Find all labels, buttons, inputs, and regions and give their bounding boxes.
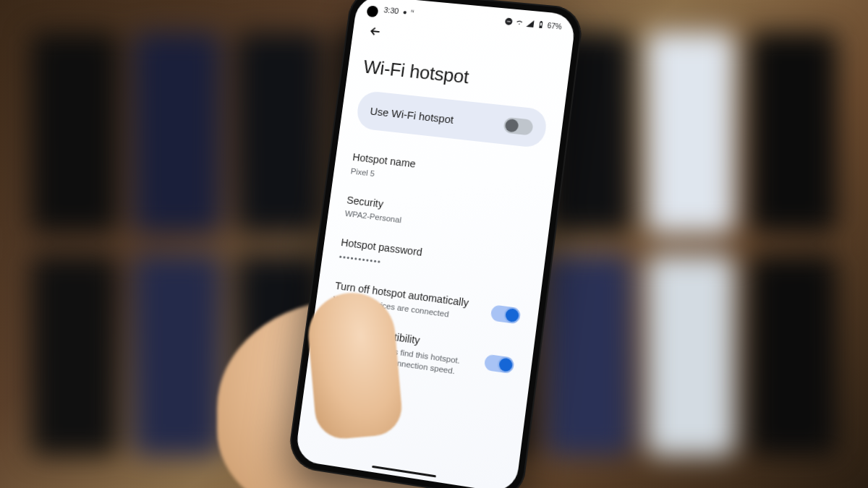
use-hotspot-label: Use Wi-Fi hotspot (370, 104, 454, 125)
battery-percent: 67% (547, 21, 562, 30)
page-title: Wi-Fi hotspot (362, 56, 553, 97)
auto-off-toggle[interactable] (490, 304, 522, 323)
nfc-icon: ᴺ (411, 9, 414, 16)
dnd-icon (504, 17, 514, 26)
signal-icon (525, 19, 535, 28)
wifi-icon (514, 17, 524, 27)
messenger-icon: ● (402, 7, 407, 15)
back-button[interactable] (367, 21, 389, 43)
use-hotspot-toggle[interactable] (503, 116, 534, 135)
gesture-nav-pill[interactable] (372, 465, 436, 477)
extend-compat-toggle[interactable] (484, 354, 515, 374)
status-time: 3:30 (383, 5, 399, 15)
use-hotspot-row[interactable]: Use Wi-Fi hotspot (355, 90, 548, 148)
battery-icon (536, 20, 545, 29)
